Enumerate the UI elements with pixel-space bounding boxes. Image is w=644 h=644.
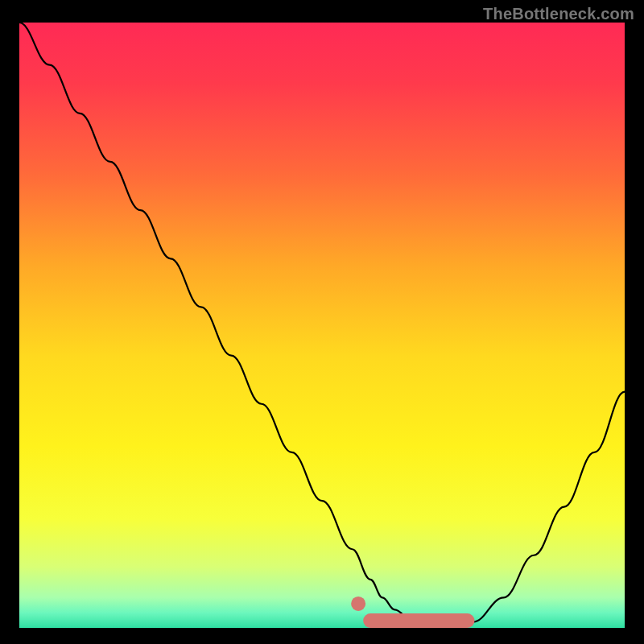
plot-area	[19, 23, 625, 628]
watermark-text: TheBottleneck.com	[483, 5, 634, 23]
gradient-background	[19, 23, 625, 628]
marker-dot	[351, 597, 365, 611]
chart-container: TheBottleneck.com	[0, 0, 644, 644]
chart-svg	[19, 23, 625, 628]
